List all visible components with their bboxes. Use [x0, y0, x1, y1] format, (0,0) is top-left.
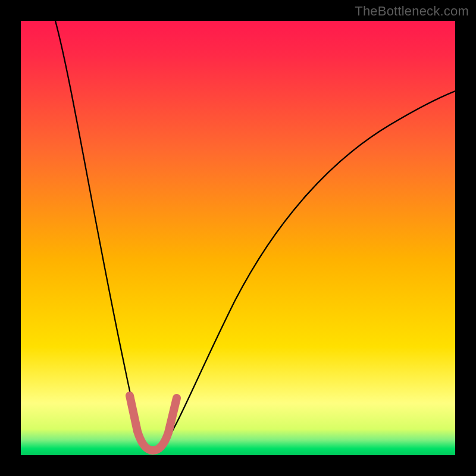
watermark-text: TheBottleneck.com: [355, 4, 469, 19]
chart-svg: [21, 21, 455, 455]
plot-area: [21, 21, 455, 455]
chart-frame: TheBottleneck.com: [0, 0, 476, 476]
gradient-background: [21, 21, 455, 455]
